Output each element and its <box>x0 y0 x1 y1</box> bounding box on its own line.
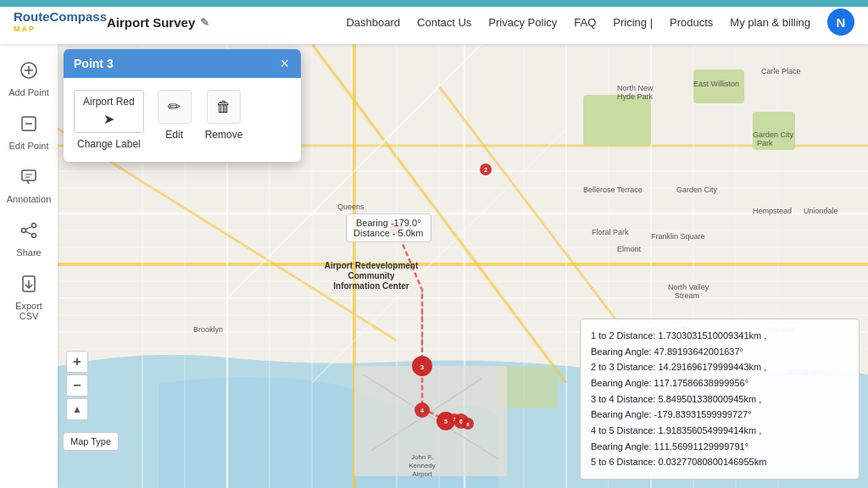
info-line-3: 2 to 3 Distance: 14.291696179999443km , <box>591 359 849 375</box>
bearing-line2: Distance - 5.0km <box>353 228 424 238</box>
remove-label: Remove <box>205 129 243 141</box>
change-label-arrow: ➤ <box>103 111 114 127</box>
nav-privacy[interactable]: Privacy Policy <box>488 16 557 29</box>
sidebar-edit-point-label: Edit Point <box>8 141 48 151</box>
info-line-5: 3 to 4 Distance: 5.849501338000945km , <box>591 391 849 408</box>
nav-faq[interactable]: FAQ <box>574 16 596 29</box>
svg-point-9 <box>32 224 36 228</box>
zoom-in-button[interactable]: + <box>66 351 88 373</box>
nav-pricing[interactable]: Pricing | <box>613 16 653 29</box>
survey-title-text: Airport Survey <box>107 15 195 30</box>
remove-icon: 🗑 <box>216 98 231 116</box>
svg-point-11 <box>32 234 36 238</box>
survey-title: Airport Survey ✎ <box>107 15 209 30</box>
edit-icon-container[interactable]: ✏ <box>158 90 192 124</box>
sidebar-item-share[interactable]: Share <box>3 214 54 264</box>
remove-action[interactable]: 🗑 Remove <box>205 90 243 141</box>
export-csv-icon <box>19 274 38 297</box>
top-bar <box>0 0 868 7</box>
zoom-out-button[interactable]: − <box>66 374 88 396</box>
svg-text:Airport Redevelopment: Airport Redevelopment <box>325 261 419 270</box>
svg-text:Garden City: Garden City <box>676 186 718 194</box>
map-type-button[interactable]: Map Type <box>63 432 119 451</box>
nav-products[interactable]: Products <box>670 16 713 29</box>
map-controls: + − ▲ <box>66 351 88 420</box>
svg-text:Brooklyn: Brooklyn <box>193 325 223 334</box>
logo-text: RouteCompass <box>14 10 107 25</box>
info-panel: 1 to 2 Distance: 1.7303031510009341km , … <box>580 319 860 480</box>
logo: RouteCompass MAP <box>14 10 107 33</box>
remove-icon-container[interactable]: 🗑 <box>207 90 241 124</box>
edit-label: Edit <box>165 129 183 141</box>
bearing-label: Bearing -179.0° Distance - 5.0km <box>346 214 431 242</box>
svg-text:Franklin Square: Franklin Square <box>651 232 705 241</box>
svg-text:Hyde Park: Hyde Park <box>617 92 654 101</box>
svg-text:Elmont: Elmont <box>617 245 642 253</box>
svg-text:Carle Place: Carle Place <box>761 67 801 75</box>
info-line-7: 4 to 5 Distance: 1.918356054999414km , <box>591 423 849 439</box>
svg-text:Bellerose Terrace: Bellerose Terrace <box>583 186 643 194</box>
svg-text:3: 3 <box>420 363 425 371</box>
popup-header: Point 3 × <box>64 49 301 78</box>
point-popup: Point 3 × Airport Red ➤ Change Label ✏ E… <box>64 49 301 162</box>
svg-point-10 <box>22 229 26 233</box>
svg-text:Information Center: Information Center <box>333 281 409 291</box>
svg-line-12 <box>25 226 32 230</box>
nav-billing[interactable]: My plan & billing <box>730 16 810 29</box>
change-label-button[interactable]: Airport Red ➤ <box>74 90 144 133</box>
svg-text:North New: North New <box>617 84 654 92</box>
sidebar-item-export-csv[interactable]: Export CSV <box>3 268 54 328</box>
info-line-2: Bearing Angle: 47.89193642001637° <box>591 344 849 360</box>
edit-action[interactable]: ✏ Edit <box>158 90 192 141</box>
location-button[interactable]: ▲ <box>66 398 88 420</box>
edit-survey-icon[interactable]: ✎ <box>200 16 209 29</box>
svg-text:Airport: Airport <box>412 470 432 478</box>
add-point-icon <box>19 61 38 84</box>
nav-dashboard[interactable]: Dashboard <box>346 16 400 29</box>
popup-close-button[interactable]: × <box>278 56 291 71</box>
svg-text:5: 5 <box>444 419 448 424</box>
svg-text:Garden City: Garden City <box>753 130 794 139</box>
svg-text:2: 2 <box>484 167 487 173</box>
svg-text:Community: Community <box>348 271 395 280</box>
svg-text:Kennedy: Kennedy <box>409 462 436 469</box>
sidebar: Add Point Edit Point Annotation Share Ex… <box>0 44 58 488</box>
sidebar-item-annotation[interactable]: Annotation <box>3 161 54 211</box>
bearing-line1: Bearing -179.0° <box>353 218 424 228</box>
change-label-text-value: Airport Red <box>83 96 135 108</box>
svg-rect-5 <box>22 170 36 180</box>
svg-line-13 <box>25 231 32 235</box>
sidebar-add-point-label: Add Point <box>8 87 49 97</box>
svg-rect-50 <box>583 95 651 146</box>
info-line-1: 1 to 2 Distance: 1.7303031510009341km , <box>591 328 849 344</box>
info-line-6: Bearing Angle: -179.83931599999727° <box>591 407 849 423</box>
sidebar-item-add-point[interactable]: Add Point <box>3 54 54 104</box>
svg-text:4: 4 <box>420 408 424 413</box>
user-avatar[interactable]: N <box>827 8 854 36</box>
edit-point-icon <box>19 114 38 137</box>
svg-text:John F.: John F. <box>411 453 433 461</box>
logo-route: Route <box>14 9 50 24</box>
edit-icon: ✏ <box>168 97 181 116</box>
svg-text:Queens: Queens <box>337 202 364 211</box>
nav-contact[interactable]: Contact Us <box>417 16 471 29</box>
change-label-desc: Change Label <box>77 138 141 150</box>
sidebar-export-csv-label: Export CSV <box>7 301 51 321</box>
svg-text:Stream: Stream <box>675 291 699 300</box>
info-line-4: Bearing Angle: 117.17586638999956° <box>591 375 849 391</box>
svg-text:Uniondale: Uniondale <box>804 207 838 215</box>
svg-text:Park: Park <box>757 139 773 147</box>
svg-text:Floral Park: Floral Park <box>592 228 629 236</box>
sidebar-item-edit-point[interactable]: Edit Point <box>3 108 54 158</box>
logo-map: MAP <box>14 25 107 34</box>
svg-text:Hempstead: Hempstead <box>753 207 792 215</box>
change-label-action[interactable]: Airport Red ➤ Change Label <box>74 90 144 150</box>
nav: Dashboard Contact Us Privacy Policy FAQ … <box>346 8 854 36</box>
popup-body: Airport Red ➤ Change Label ✏ Edit 🗑 Remo… <box>64 78 301 162</box>
sidebar-annotation-label: Annotation <box>7 194 52 204</box>
svg-text:North Valley: North Valley <box>668 283 709 291</box>
sidebar-share-label: Share <box>16 247 41 258</box>
logo-compass: Compass <box>50 9 108 24</box>
info-line-9: 5 to 6 Distance: 0.03277080800146955km <box>591 454 849 470</box>
info-line-8: Bearing Angle: 111.56991129999791° <box>591 439 849 455</box>
